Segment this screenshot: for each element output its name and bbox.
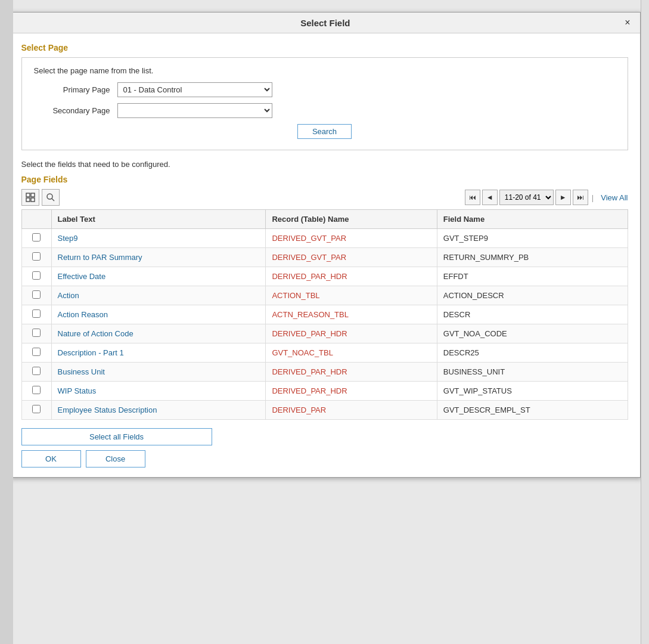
row-checkbox-cell: [21, 363, 51, 382]
field-name-text: GVT_WIP_STATUS: [443, 386, 512, 395]
label-link[interactable]: Step9: [58, 234, 78, 243]
field-name-cell: EFFDT: [437, 267, 628, 286]
ok-button[interactable]: OK: [21, 450, 81, 467]
record-name-cell: GVT_NOAC_TBL: [266, 343, 437, 363]
record-name-cell: DERIVED_PAR_HDR: [266, 267, 437, 286]
modal-close-button[interactable]: ×: [622, 17, 632, 28]
row-checkbox[interactable]: [32, 348, 41, 356]
row-checkbox[interactable]: [32, 329, 41, 337]
row-checkbox-cell: [21, 267, 51, 286]
label-link[interactable]: Action: [58, 291, 79, 300]
label-text-cell: Employee Status Description: [51, 401, 266, 420]
record-name-header: Record (Table) Name: [266, 210, 437, 229]
label-text-cell: Step9: [51, 229, 266, 248]
label-text-cell: Action: [51, 286, 266, 305]
label-link[interactable]: Action Reason: [58, 310, 108, 319]
view-all-link[interactable]: View All: [601, 193, 628, 202]
table-body: Step9 DERIVED_GVT_PAR GVT_STEP9 Return t…: [21, 229, 628, 420]
close-button[interactable]: Close: [86, 450, 145, 467]
modal-header: Select Field ×: [10, 13, 640, 33]
record-link[interactable]: DERIVED_GVT_PAR: [272, 253, 346, 262]
svg-rect-2: [26, 198, 30, 202]
field-name-cell: DESCR25: [437, 343, 628, 363]
label-text-cell: Action Reason: [51, 305, 266, 324]
label-text-cell: Description - Part 1: [51, 343, 266, 363]
label-link[interactable]: Business Unit: [58, 367, 105, 376]
secondary-page-select[interactable]: [117, 103, 272, 118]
field-name-cell: ACTION_DESCR: [437, 286, 628, 305]
row-checkbox-cell: [21, 343, 51, 363]
label-text-cell: Nature of Action Code: [51, 324, 266, 343]
row-checkbox[interactable]: [32, 386, 41, 394]
svg-rect-0: [26, 193, 30, 197]
record-link[interactable]: DERIVED_PAR: [272, 405, 326, 414]
row-checkbox[interactable]: [32, 405, 41, 413]
page-fields-title: Page Fields: [21, 175, 628, 184]
primary-page-select[interactable]: 01 - Data Control: [117, 82, 272, 97]
svg-point-4: [47, 194, 52, 199]
field-name-cell: GVT_WIP_STATUS: [437, 382, 628, 401]
last-page-button[interactable]: ⏭: [573, 190, 588, 205]
label-text-cell: Effective Date: [51, 267, 266, 286]
record-link[interactable]: DERIVED_GVT_PAR: [272, 234, 346, 243]
label-text-cell: WIP Status: [51, 382, 266, 401]
row-checkbox[interactable]: [32, 309, 41, 318]
label-link[interactable]: Effective Date: [58, 272, 106, 281]
label-link[interactable]: Description - Part 1: [58, 348, 124, 357]
page-range-select[interactable]: 11-20 of 41: [499, 190, 554, 205]
label-link[interactable]: WIP Status: [58, 386, 97, 395]
search-icon-button[interactable]: [42, 189, 60, 206]
configure-text: Select the fields that need to be config…: [21, 160, 628, 169]
secondary-page-row: Secondary Page: [34, 103, 616, 118]
primary-page-row: Primary Page 01 - Data Control: [34, 82, 616, 97]
table-header: Label Text Record (Table) Name Field Nam…: [21, 210, 628, 229]
primary-page-label: Primary Page: [34, 85, 117, 94]
record-link[interactable]: DERIVED_PAR_HDR: [272, 386, 347, 395]
record-link[interactable]: DERIVED_PAR_HDR: [272, 367, 347, 376]
left-sidebar: [0, 0, 13, 644]
svg-rect-1: [31, 193, 35, 197]
row-checkbox[interactable]: [32, 290, 41, 299]
table-row: Return to PAR Summary DERIVED_GVT_PAR RE…: [21, 248, 628, 267]
field-name-text: DESCR: [443, 310, 471, 319]
prev-page-button[interactable]: ◄: [482, 190, 498, 205]
select-page-description: Select the page name from the list.: [34, 66, 616, 75]
row-checkbox[interactable]: [32, 367, 41, 375]
field-name-cell: DESCR: [437, 305, 628, 324]
record-name-cell: DERIVED_GVT_PAR: [266, 248, 437, 267]
next-page-button[interactable]: ►: [555, 190, 571, 205]
checkbox-header-cell: [21, 210, 51, 229]
bottom-button-row: OK Close: [21, 450, 628, 467]
label-text-header: Label Text: [51, 210, 266, 229]
row-checkbox[interactable]: [32, 252, 41, 261]
grid-view-button[interactable]: [21, 189, 39, 206]
select-page-box: Select the page name from the list. Prim…: [21, 57, 628, 150]
header-row: Label Text Record (Table) Name Field Nam…: [21, 210, 628, 229]
row-checkbox-cell: [21, 324, 51, 343]
record-name-cell: DERIVED_PAR_HDR: [266, 382, 437, 401]
record-link[interactable]: ACTN_REASON_TBL: [272, 310, 349, 319]
label-link[interactable]: Return to PAR Summary: [58, 253, 142, 262]
record-name-cell: DERIVED_PAR_HDR: [266, 363, 437, 382]
grid-icon: [26, 193, 35, 202]
table-row: Business Unit DERIVED_PAR_HDR BUSINESS_U…: [21, 363, 628, 382]
search-button[interactable]: Search: [297, 124, 352, 139]
record-name-cell: DERIVED_GVT_PAR: [266, 229, 437, 248]
table-row: Action Reason ACTN_REASON_TBL DESCR: [21, 305, 628, 324]
first-page-button[interactable]: ⏮: [465, 190, 480, 205]
select-all-fields-button[interactable]: Select all Fields: [21, 428, 212, 445]
scrollbar[interactable]: [641, 0, 649, 644]
record-link[interactable]: GVT_NOAC_TBL: [272, 348, 333, 357]
record-link[interactable]: ACTION_TBL: [272, 291, 319, 300]
label-link[interactable]: Nature of Action Code: [58, 329, 133, 338]
field-name-text: BUSINESS_UNIT: [443, 367, 505, 376]
record-link[interactable]: DERIVED_PAR_HDR: [272, 329, 347, 338]
row-checkbox[interactable]: [32, 271, 41, 280]
field-name-text: GVT_DESCR_EMPL_ST: [443, 405, 530, 414]
record-name-cell: ACTION_TBL: [266, 286, 437, 305]
record-link[interactable]: DERIVED_PAR_HDR: [272, 272, 347, 281]
svg-rect-3: [31, 198, 35, 202]
row-checkbox[interactable]: [32, 233, 41, 242]
row-checkbox-cell: [21, 305, 51, 324]
label-link[interactable]: Employee Status Description: [58, 405, 157, 414]
